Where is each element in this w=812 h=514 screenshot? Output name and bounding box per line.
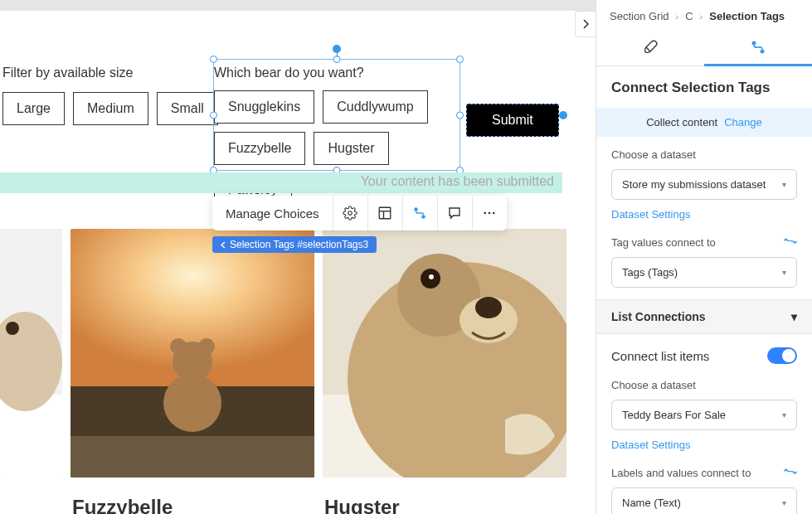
layout-icon	[377, 206, 392, 221]
dataset-section: Choose a dataset Store my submissions da…	[596, 137, 812, 232]
labels-values-label-text: Labels and values connect to	[611, 467, 751, 479]
labels-values-select-value: Name (Text)	[622, 497, 681, 509]
list-dataset-section: Choose a dataset Teddy Bears For Sale ▾ …	[596, 377, 812, 463]
chevron-down-icon: ▾	[782, 268, 786, 277]
settings-icon	[343, 206, 357, 221]
rotate-handle[interactable]	[333, 45, 341, 53]
gallery-item[interactable]: Fuzzybelle	[71, 229, 314, 514]
labels-values-select[interactable]: Name (Text) ▾	[611, 487, 797, 514]
dataset-select-value: Store my submissions dataset	[622, 178, 766, 191]
filter-option-large[interactable]: Large	[2, 92, 65, 125]
panel-heading: Connect Selection Tags	[596, 66, 812, 108]
svg-point-3	[414, 207, 418, 211]
tag-values-select-value: Tags (Tags)	[622, 266, 678, 279]
submit-success-message: Your content has been submitted	[0, 174, 562, 189]
list-connections-label: List Connections	[611, 310, 706, 323]
toolbar-more-button[interactable]	[472, 196, 507, 230]
svg-point-11	[6, 322, 19, 335]
teddy-image-placeholder	[323, 229, 566, 478]
svg-point-6	[489, 212, 491, 215]
editor-canvas[interactable]: Filter by available size Large Medium Sm…	[0, 11, 596, 514]
element-selection-outline	[213, 59, 460, 171]
gallery-item-title: Hugster	[323, 496, 566, 514]
chevron-right-icon: ›	[676, 12, 679, 22]
collapse-panel-button[interactable]	[575, 11, 596, 37]
connect-list-items-row: Connect list items	[596, 334, 812, 377]
toggle-knob	[782, 349, 795, 362]
choose-dataset-label: Choose a dataset	[611, 379, 797, 391]
breadcrumb-item[interactable]: C	[685, 10, 693, 22]
chevron-left-icon	[221, 241, 226, 249]
toolbar-settings-button[interactable]	[333, 196, 367, 230]
svg-point-5	[484, 212, 486, 215]
caret-down-icon: ▾	[791, 310, 797, 323]
gallery-item[interactable]: Hugster	[323, 229, 566, 514]
choose-dataset-label: Choose a dataset	[611, 148, 797, 161]
gallery-item[interactable]	[0, 229, 62, 514]
connect-list-items-label: Connect list items	[611, 349, 709, 363]
tab-design[interactable]	[596, 29, 704, 65]
svg-point-26	[429, 274, 434, 279]
connect-list-items-toggle[interactable]	[767, 347, 797, 364]
dataset-settings-link[interactable]: Dataset Settings	[611, 439, 690, 451]
list-connections-header[interactable]: List Connections ▾	[596, 299, 812, 334]
comment-icon	[447, 206, 462, 221]
change-link[interactable]: Change	[724, 116, 762, 128]
filter-size-label: Filter by available size	[2, 65, 218, 80]
gallery-image	[323, 229, 566, 478]
resize-handle[interactable]	[456, 111, 464, 119]
svg-point-7	[493, 212, 495, 215]
tag-values-label: Tag values connect to	[611, 235, 797, 249]
tag-values-select[interactable]: Tags (Tags) ▾	[611, 257, 797, 288]
toolbar-layout-button[interactable]	[367, 196, 402, 230]
svg-point-17	[170, 338, 187, 355]
breadcrumb-current: Selection Tags	[709, 10, 785, 22]
chip-label: Selection Tags #selectionTags3	[230, 239, 368, 250]
connect-data-icon	[750, 39, 766, 56]
svg-point-15	[163, 374, 221, 432]
tag-values-label-text: Tag values connect to	[611, 236, 716, 249]
teddy-image-placeholder	[0, 229, 62, 478]
svg-point-18	[198, 338, 215, 355]
resize-handle[interactable]	[456, 56, 464, 63]
chevron-right-icon: ›	[700, 12, 703, 22]
inspector-panel: Section Grid › C › Selection Tags Connec…	[596, 0, 812, 514]
chevron-right-icon	[581, 19, 590, 29]
svg-point-24	[475, 297, 502, 318]
paintbrush-icon	[642, 39, 659, 56]
collect-content-row: Collect content Change	[596, 108, 812, 137]
gallery-image	[71, 229, 314, 478]
product-gallery: Fuzzybelle Hugster	[0, 229, 566, 514]
toolbar-comment-button[interactable]	[437, 196, 472, 230]
element-toolbar: Manage Choices	[212, 196, 507, 230]
chevron-down-icon: ▾	[782, 498, 786, 507]
list-dataset-select[interactable]: Teddy Bears For Sale ▾	[611, 400, 797, 430]
list-dataset-value: Teddy Bears For Sale	[622, 409, 726, 421]
dataset-settings-link[interactable]: Dataset Settings	[611, 208, 690, 221]
gallery-image	[0, 229, 62, 478]
toolbar-connect-button[interactable]	[402, 196, 437, 230]
drag-marker[interactable]	[559, 111, 567, 119]
resize-handle[interactable]	[210, 111, 217, 119]
tab-connect-data[interactable]	[704, 29, 812, 65]
svg-point-4	[421, 215, 425, 219]
panel-tabs	[596, 29, 812, 66]
filter-option-small[interactable]: Small	[157, 92, 218, 125]
filter-option-medium[interactable]: Medium	[73, 92, 148, 125]
svg-point-28	[761, 50, 765, 54]
svg-rect-14	[71, 436, 314, 478]
tag-values-section: Tag values connect to Tags (Tags) ▾	[596, 232, 812, 299]
submit-button[interactable]: Submit	[466, 104, 559, 137]
resize-handle[interactable]	[210, 56, 217, 63]
chevron-down-icon: ▾	[782, 180, 786, 189]
dataset-select[interactable]: Store my submissions dataset ▾	[611, 169, 797, 200]
collect-content-label: Collect content	[646, 116, 717, 128]
binding-icon[interactable]	[784, 466, 797, 479]
chevron-down-icon: ▾	[782, 410, 786, 419]
connect-data-icon	[412, 206, 427, 221]
breadcrumb-item[interactable]: Section Grid	[610, 10, 669, 22]
element-id-chip[interactable]: Selection Tags #selectionTags3	[212, 236, 377, 253]
labels-values-label: Labels and values connect to	[611, 466, 797, 479]
binding-icon[interactable]	[784, 235, 797, 249]
manage-choices-button[interactable]: Manage Choices	[212, 196, 333, 230]
